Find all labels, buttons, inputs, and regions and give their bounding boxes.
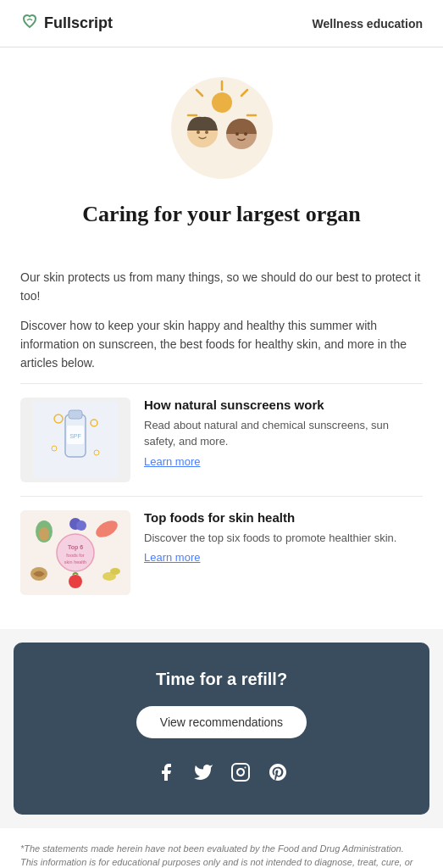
email-wrapper: Fullscript Wellness education (0, 0, 443, 868)
cta-section: Time for a refill? View recommendations (14, 643, 429, 815)
hero-illustration (167, 73, 277, 183)
cta-title: Time for a refill? (34, 670, 409, 689)
social-icons (34, 762, 409, 787)
svg-point-6 (212, 92, 232, 113)
article-desc-1: Read about natural and chemical sunscree… (144, 417, 423, 450)
article-thumb-1: SPF (20, 398, 130, 482)
article-desc-2: Discover the top six foods to promote he… (144, 530, 423, 547)
svg-point-28 (39, 527, 49, 541)
article-link-2[interactable]: Learn more (144, 551, 200, 564)
disclaimer-text: *The statements made herein have not bee… (20, 843, 413, 868)
logo-text: Fullscript (44, 14, 113, 32)
logo: Fullscript (20, 12, 113, 35)
facebook-icon[interactable] (156, 762, 176, 787)
svg-point-12 (244, 132, 247, 136)
hero-title: Caring for your largest organ (20, 200, 423, 229)
content-section: Our skin protects us from many things, s… (0, 259, 443, 629)
svg-point-35 (110, 568, 120, 575)
hero-para2: Discover how to keep your skin happy and… (20, 316, 423, 373)
twitter-icon[interactable] (193, 762, 213, 787)
pinterest-icon[interactable] (268, 762, 288, 787)
svg-point-30 (76, 520, 86, 531)
view-recommendations-button[interactable]: View recommendations (136, 706, 307, 738)
svg-point-33 (69, 575, 82, 588)
hero-section: Caring for your largest organ (0, 47, 443, 259)
svg-rect-36 (232, 764, 249, 781)
svg-point-9 (197, 131, 200, 134)
article-item-2: Top 6 foods for skin health (20, 496, 423, 609)
article-title-2: Top foods for skin health (144, 510, 423, 525)
svg-text:SPF: SPF (69, 433, 81, 439)
instagram-icon[interactable] (230, 762, 251, 787)
svg-point-10 (205, 131, 208, 134)
svg-text:foods for: foods for (66, 553, 85, 558)
header: Fullscript Wellness education (0, 0, 443, 47)
svg-text:skin health: skin health (64, 559, 86, 565)
article-body-2: Top foods for skin health Discover the t… (144, 510, 423, 565)
article-item-1: SPF How natural sunscreens work Read abo… (20, 383, 423, 496)
article-body-1: How natural sunscreens work Read about n… (144, 398, 423, 469)
disclaimer: *The statements made herein have not bee… (0, 828, 443, 868)
logo-icon (20, 12, 39, 35)
article-link-1[interactable]: Learn more (144, 455, 200, 468)
svg-text:Top 6: Top 6 (68, 544, 83, 551)
hero-para1: Our skin protects us from many things, s… (20, 268, 423, 306)
svg-point-11 (235, 132, 239, 136)
svg-rect-15 (69, 410, 82, 419)
article-title-1: How natural sunscreens work (144, 398, 423, 412)
header-nav: Wellness education (313, 17, 423, 31)
article-thumb-2: Top 6 foods for skin health (20, 510, 130, 595)
